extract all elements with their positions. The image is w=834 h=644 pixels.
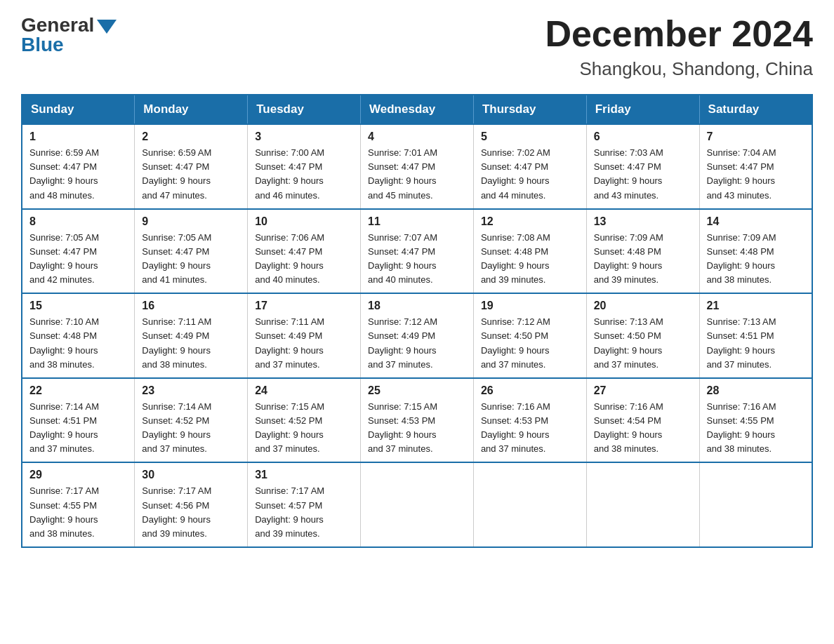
title-block: December 2024 Shangkou, Shandong, China [545, 14, 813, 80]
day-info: Sunrise: 7:11 AMSunset: 4:49 PMDaylight:… [142, 315, 240, 372]
logo-triangle-icon [97, 20, 117, 34]
day-info: Sunrise: 7:04 AMSunset: 4:47 PMDaylight:… [707, 146, 805, 203]
calendar-cell: 18 Sunrise: 7:12 AMSunset: 4:49 PMDaylig… [361, 293, 474, 378]
calendar-cell: 14 Sunrise: 7:09 AMSunset: 4:48 PMDaylig… [699, 209, 812, 294]
day-number: 23 [142, 384, 240, 397]
calendar-cell: 28 Sunrise: 7:16 AMSunset: 4:55 PMDaylig… [699, 378, 812, 463]
day-info: Sunrise: 7:14 AMSunset: 4:52 PMDaylight:… [142, 400, 240, 457]
day-info: Sunrise: 6:59 AMSunset: 4:47 PMDaylight:… [142, 146, 240, 203]
day-number: 16 [142, 300, 240, 312]
calendar-cell: 5 Sunrise: 7:02 AMSunset: 4:47 PMDayligh… [473, 124, 586, 209]
calendar-cell: 16 Sunrise: 7:11 AMSunset: 4:49 PMDaylig… [135, 293, 248, 378]
day-number: 18 [368, 300, 466, 312]
day-info: Sunrise: 7:07 AMSunset: 4:47 PMDaylight:… [368, 231, 466, 288]
calendar-cell: 25 Sunrise: 7:15 AMSunset: 4:53 PMDaylig… [361, 378, 474, 463]
day-number: 9 [142, 215, 240, 228]
logo: General Blue [21, 14, 117, 56]
day-info: Sunrise: 7:10 AMSunset: 4:48 PMDaylight:… [29, 315, 127, 372]
day-number: 2 [142, 130, 240, 143]
weekday-header-monday: Monday [135, 95, 248, 124]
day-number: 1 [29, 130, 127, 143]
day-number: 11 [368, 215, 466, 228]
calendar-week-row: 29 Sunrise: 7:17 AMSunset: 4:55 PMDaylig… [22, 462, 812, 547]
day-info: Sunrise: 7:12 AMSunset: 4:49 PMDaylight:… [368, 315, 466, 372]
day-number: 3 [255, 130, 353, 143]
day-number: 7 [707, 130, 805, 143]
calendar-cell: 29 Sunrise: 7:17 AMSunset: 4:55 PMDaylig… [22, 462, 135, 547]
main-title: December 2024 [545, 14, 813, 54]
day-info: Sunrise: 7:09 AMSunset: 4:48 PMDaylight:… [594, 231, 692, 288]
day-info: Sunrise: 7:06 AMSunset: 4:47 PMDaylight:… [255, 231, 353, 288]
day-info: Sunrise: 7:16 AMSunset: 4:53 PMDaylight:… [481, 400, 579, 457]
weekday-header-friday: Friday [586, 95, 699, 124]
day-info: Sunrise: 7:00 AMSunset: 4:47 PMDaylight:… [255, 146, 353, 203]
day-number: 15 [29, 300, 127, 312]
day-number: 4 [368, 130, 466, 143]
day-info: Sunrise: 7:17 AMSunset: 4:57 PMDaylight:… [255, 484, 353, 541]
calendar-week-row: 22 Sunrise: 7:14 AMSunset: 4:51 PMDaylig… [22, 378, 812, 463]
day-info: Sunrise: 7:05 AMSunset: 4:47 PMDaylight:… [142, 231, 240, 288]
calendar-week-row: 1 Sunrise: 6:59 AMSunset: 4:47 PMDayligh… [22, 124, 812, 209]
calendar-table: SundayMondayTuesdayWednesdayThursdayFrid… [21, 94, 813, 548]
day-number: 12 [481, 215, 579, 228]
day-info: Sunrise: 7:16 AMSunset: 4:55 PMDaylight:… [707, 400, 805, 457]
day-number: 19 [481, 300, 579, 312]
day-info: Sunrise: 7:16 AMSunset: 4:54 PMDaylight:… [594, 400, 692, 457]
calendar-cell [361, 462, 474, 547]
day-number: 22 [29, 384, 127, 397]
calendar-cell: 11 Sunrise: 7:07 AMSunset: 4:47 PMDaylig… [361, 209, 474, 294]
calendar-cell: 26 Sunrise: 7:16 AMSunset: 4:53 PMDaylig… [473, 378, 586, 463]
logo-blue-text: Blue [21, 34, 64, 56]
weekday-header-tuesday: Tuesday [248, 95, 361, 124]
weekday-header-row: SundayMondayTuesdayWednesdayThursdayFrid… [22, 95, 812, 124]
calendar-cell: 3 Sunrise: 7:00 AMSunset: 4:47 PMDayligh… [248, 124, 361, 209]
day-number: 8 [29, 215, 127, 228]
calendar-cell: 23 Sunrise: 7:14 AMSunset: 4:52 PMDaylig… [135, 378, 248, 463]
calendar-cell: 12 Sunrise: 7:08 AMSunset: 4:48 PMDaylig… [473, 209, 586, 294]
day-number: 26 [481, 384, 579, 397]
calendar-cell: 27 Sunrise: 7:16 AMSunset: 4:54 PMDaylig… [586, 378, 699, 463]
day-info: Sunrise: 7:15 AMSunset: 4:52 PMDaylight:… [255, 400, 353, 457]
weekday-header-wednesday: Wednesday [361, 95, 474, 124]
day-number: 14 [707, 215, 805, 228]
day-number: 24 [255, 384, 353, 397]
calendar-cell: 17 Sunrise: 7:11 AMSunset: 4:49 PMDaylig… [248, 293, 361, 378]
day-number: 25 [368, 384, 466, 397]
day-number: 27 [594, 384, 692, 397]
day-info: Sunrise: 7:08 AMSunset: 4:48 PMDaylight:… [481, 231, 579, 288]
day-info: Sunrise: 7:05 AMSunset: 4:47 PMDaylight:… [29, 231, 127, 288]
day-info: Sunrise: 7:09 AMSunset: 4:48 PMDaylight:… [707, 231, 805, 288]
calendar-cell: 13 Sunrise: 7:09 AMSunset: 4:48 PMDaylig… [586, 209, 699, 294]
weekday-header-thursday: Thursday [473, 95, 586, 124]
day-number: 5 [481, 130, 579, 143]
day-info: Sunrise: 7:03 AMSunset: 4:47 PMDaylight:… [594, 146, 692, 203]
day-number: 30 [142, 469, 240, 481]
calendar-cell: 9 Sunrise: 7:05 AMSunset: 4:47 PMDayligh… [135, 209, 248, 294]
calendar-cell: 6 Sunrise: 7:03 AMSunset: 4:47 PMDayligh… [586, 124, 699, 209]
weekday-header-sunday: Sunday [22, 95, 135, 124]
calendar-cell: 2 Sunrise: 6:59 AMSunset: 4:47 PMDayligh… [135, 124, 248, 209]
calendar-cell: 15 Sunrise: 7:10 AMSunset: 4:48 PMDaylig… [22, 293, 135, 378]
day-info: Sunrise: 7:13 AMSunset: 4:50 PMDaylight:… [594, 315, 692, 372]
day-info: Sunrise: 7:13 AMSunset: 4:51 PMDaylight:… [707, 315, 805, 372]
subtitle: Shangkou, Shandong, China [545, 58, 813, 80]
day-number: 28 [707, 384, 805, 397]
day-info: Sunrise: 7:14 AMSunset: 4:51 PMDaylight:… [29, 400, 127, 457]
day-info: Sunrise: 7:11 AMSunset: 4:49 PMDaylight:… [255, 315, 353, 372]
day-info: Sunrise: 6:59 AMSunset: 4:47 PMDaylight:… [29, 146, 127, 203]
day-info: Sunrise: 7:17 AMSunset: 4:55 PMDaylight:… [29, 484, 127, 541]
day-number: 13 [594, 215, 692, 228]
calendar-cell: 31 Sunrise: 7:17 AMSunset: 4:57 PMDaylig… [248, 462, 361, 547]
calendar-cell [586, 462, 699, 547]
day-info: Sunrise: 7:01 AMSunset: 4:47 PMDaylight:… [368, 146, 466, 203]
calendar-cell: 1 Sunrise: 6:59 AMSunset: 4:47 PMDayligh… [22, 124, 135, 209]
day-number: 29 [29, 469, 127, 481]
day-number: 6 [594, 130, 692, 143]
calendar-cell: 30 Sunrise: 7:17 AMSunset: 4:56 PMDaylig… [135, 462, 248, 547]
day-number: 20 [594, 300, 692, 312]
calendar-cell: 21 Sunrise: 7:13 AMSunset: 4:51 PMDaylig… [699, 293, 812, 378]
calendar-cell [699, 462, 812, 547]
weekday-header-saturday: Saturday [699, 95, 812, 124]
day-number: 31 [255, 469, 353, 481]
day-info: Sunrise: 7:02 AMSunset: 4:47 PMDaylight:… [481, 146, 579, 203]
